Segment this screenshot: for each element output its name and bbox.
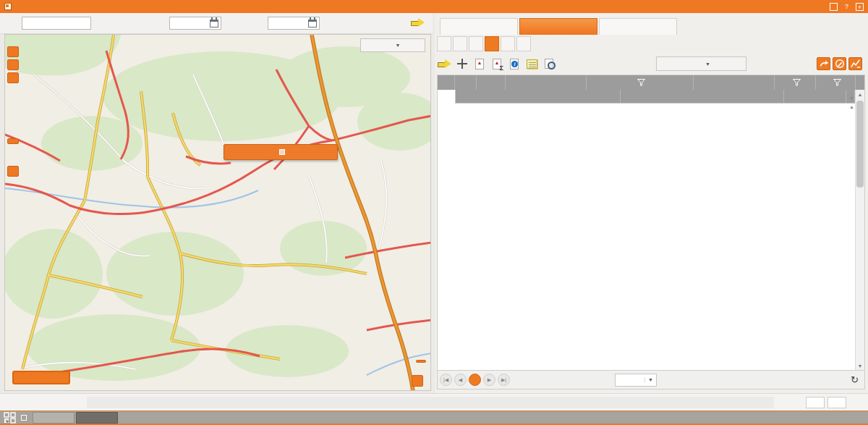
kartentyp-dropdown[interactable]: ▼: [360, 38, 425, 52]
search-input[interactable]: [22, 17, 91, 30]
filter-funnel-icon: [637, 79, 645, 86]
app-launcher-icon[interactable]: [4, 412, 17, 424]
tab-karte[interactable]: [440, 18, 518, 35]
map-zoom-in-button[interactable]: [7, 72, 19, 83]
tab-vorbereitet[interactable]: [453, 36, 467, 51]
edit-circle-icon[interactable]: [833, 57, 846, 70]
chart-signature-icon[interactable]: [848, 57, 862, 70]
legend-more-button[interactable]: [412, 375, 423, 387]
next-page-button[interactable]: ▶: [483, 374, 495, 386]
center-on-map-icon[interactable]: [454, 56, 470, 71]
prev-page-button[interactable]: ◀: [454, 374, 467, 386]
verwaltungsclient-window: ? +: [0, 0, 868, 425]
refresh-icon[interactable]: ↻: [851, 374, 859, 385]
scroll-up-icon[interactable]: ▲: [856, 90, 864, 99]
calendar-icon[interactable]: [210, 20, 218, 28]
map-rotate-button[interactable]: [7, 46, 19, 57]
map-zoom-slider-handle[interactable]: [7, 138, 19, 144]
taskbar-klartexteditor[interactable]: [33, 412, 75, 424]
zoom-level-badge: [416, 360, 426, 363]
map-panel[interactable]: ▼: [4, 34, 431, 391]
tab-freigegeben[interactable]: [469, 36, 483, 51]
map-controls: [7, 46, 19, 179]
map-east-button[interactable]: [7, 59, 19, 70]
apply-filter-arrow-icon[interactable]: [411, 18, 425, 28]
export-arrow-icon[interactable]: [437, 56, 453, 71]
first-page-button[interactable]: |◀: [440, 374, 452, 386]
header-expand-col: [438, 75, 455, 90]
map-zoom-out-button[interactable]: [7, 166, 19, 177]
title-bar: ? +: [0, 0, 868, 13]
bis-date-input[interactable]: [268, 18, 306, 28]
table-header: [438, 75, 864, 90]
current-page-button[interactable]: [469, 374, 481, 386]
tab-geplant[interactable]: [437, 36, 451, 51]
scrollbar-thumb[interactable]: [856, 101, 864, 188]
header-von[interactable]: [775, 75, 816, 90]
tooltip-type: [226, 148, 335, 156]
status-bar: [0, 393, 868, 411]
header-type-col: [455, 75, 477, 90]
map-legend: [408, 375, 423, 387]
von-date-input[interactable]: [170, 18, 208, 28]
tab-abgelaufen[interactable]: [516, 36, 531, 51]
status-message: [87, 397, 774, 408]
chevron-down-icon: ▼: [644, 377, 653, 382]
taskbar-verwaltungsclient[interactable]: [76, 412, 118, 424]
notes-icon[interactable]: [524, 56, 540, 71]
table-scrollbar[interactable]: ▲ ▼: [855, 90, 864, 371]
subtable-scroll-up-icon[interactable]: ▲: [849, 104, 854, 110]
header-verlaengerung[interactable]: [694, 75, 775, 90]
status-prev-button[interactable]: [806, 397, 825, 408]
status-tabs: [437, 36, 532, 51]
map-roads: [5, 35, 431, 391]
undo-swoosh-icon[interactable]: [817, 57, 830, 70]
chevron-down-icon: ▼: [705, 62, 710, 67]
tab-angeordnet[interactable]: [485, 36, 499, 51]
last-page-button[interactable]: ▶|: [498, 374, 510, 386]
map-tooltip: [224, 144, 338, 160]
tab-anordnungen[interactable]: [519, 18, 597, 35]
reporte-dropdown[interactable]: ▼: [656, 56, 746, 71]
subheader-dokument: [621, 90, 784, 103]
show-desktop-icon[interactable]: [21, 415, 27, 421]
subheader-datum: [456, 90, 621, 103]
header-aktionen[interactable]: [506, 75, 587, 90]
chevron-down-icon: ▼: [396, 43, 401, 48]
pagination-bar: |◀ ◀ ▶ ▶| ▼ ↻: [438, 370, 864, 389]
help-icon[interactable]: ?: [843, 3, 851, 11]
anordnungen-table: ▲ ▼ ▲ ▼ |◀ ◀ ▶ ▶| ▼ ↻: [437, 75, 865, 390]
taskbar: [0, 411, 868, 425]
pdf-document-icon[interactable]: [472, 56, 488, 71]
search-bar: [0, 13, 433, 34]
app-icon: [4, 3, 12, 10]
tab-archiv[interactable]: [599, 18, 677, 35]
status-next-button[interactable]: [827, 397, 846, 408]
roadworks-mini-icon: [279, 149, 285, 155]
header-aktenzeichen[interactable]: [587, 75, 694, 90]
table-body: ▲ ▼: [438, 90, 856, 371]
main-tabs: [440, 18, 678, 35]
info-document-icon[interactable]: [506, 56, 522, 71]
calendar-icon[interactable]: [308, 20, 317, 28]
document-icon[interactable]: [830, 3, 838, 11]
subtable-scroll-down-icon[interactable]: ▼: [849, 96, 854, 101]
filter-funnel-icon: [793, 79, 801, 86]
filter-funnel-icon: [833, 79, 841, 86]
document-history-subtable: ▲ ▼: [455, 90, 856, 104]
subheader-aktion: [784, 90, 846, 103]
subtable-header: [456, 90, 855, 103]
map-scale-badge: [12, 371, 70, 384]
header-sign-col: [477, 75, 506, 90]
right-panel: ▼: [435, 13, 868, 393]
pdf-summary-icon[interactable]: [489, 56, 505, 71]
preview-document-icon[interactable]: [541, 56, 557, 71]
header-bis[interactable]: [816, 75, 856, 90]
list-toolbar: ▼: [437, 54, 865, 73]
tab-auslaufend[interactable]: [501, 36, 515, 51]
page-size-select[interactable]: ▼: [615, 374, 657, 387]
window-grid-icon[interactable]: +: [856, 3, 864, 11]
